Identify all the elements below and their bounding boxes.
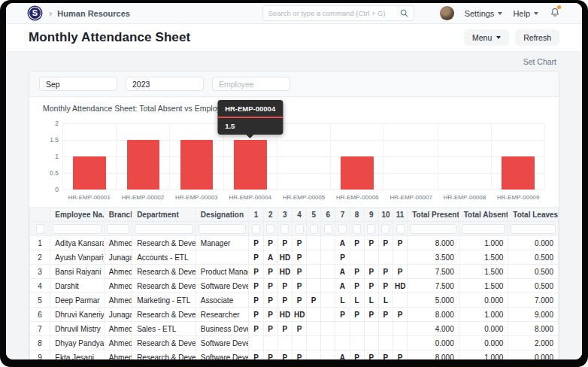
table-row[interactable]: 5Deep ParmarAhmeda...Marketing - ETLAsso… (30, 293, 559, 308)
table-row[interactable]: 7Dhruvil MistryAhmeda...Sales - ETLBusin… (30, 322, 559, 336)
cell-total-absent[interactable]: 1.000 (459, 350, 508, 360)
cell-total-leaves[interactable]: 2.000 (508, 336, 559, 350)
cell-day-4[interactable]: P (292, 236, 306, 250)
column-filter-input[interactable] (53, 224, 102, 234)
cell-day-4[interactable]: P (292, 265, 306, 279)
cell-employee-name[interactable]: Ayush Vanpariya (50, 250, 105, 265)
cell-day-2[interactable]: P (263, 279, 277, 293)
help-dropdown[interactable]: Help (513, 9, 538, 18)
year-filter-input[interactable] (126, 77, 204, 91)
header-day-6[interactable]: 6 (321, 208, 335, 222)
cell-day-8[interactable]: P (350, 265, 364, 279)
cell-day-11[interactable] (393, 293, 408, 308)
header-day-9[interactable]: 9 (364, 208, 378, 222)
cell-day-7[interactable]: A (335, 279, 350, 293)
column-filter-input[interactable] (280, 224, 289, 234)
cell-day-8[interactable] (350, 250, 364, 265)
chart-bar[interactable] (502, 156, 535, 190)
cell-total-present[interactable]: 4.000 (408, 322, 459, 336)
column-filter-input[interactable] (296, 224, 304, 234)
cell-row-number[interactable]: 5 (30, 293, 50, 308)
cell-department[interactable]: Research & Develop... (132, 265, 196, 279)
cell-branch[interactable]: Junagadh (104, 250, 132, 265)
table-row[interactable]: 3Bansi RaiyaniAhmeda...Research & Develo… (30, 265, 559, 279)
cell-day-7[interactable]: A (335, 265, 350, 279)
cell-total-absent[interactable]: 1.500 (459, 279, 508, 293)
cell-day-5[interactable]: P (307, 293, 321, 308)
cell-day-2[interactable]: P (263, 293, 277, 308)
cell-day-2[interactable] (263, 336, 277, 350)
cell-day-1[interactable] (249, 336, 263, 350)
cell-day-3[interactable]: HD (277, 308, 292, 322)
header-day-2[interactable]: 2 (263, 208, 277, 222)
cell-employee-name[interactable]: Deep Parmar (50, 293, 105, 308)
cell-designation[interactable]: Software Develo... (195, 350, 249, 360)
cell-day-8[interactable] (350, 322, 364, 336)
cell-day-4[interactable]: P (292, 350, 306, 360)
cell-row-number[interactable]: 3 (30, 265, 50, 279)
cell-day-8[interactable]: L (350, 293, 364, 308)
cell-department[interactable]: Research & Develop... (132, 236, 196, 250)
header-total-present[interactable]: Total Present (408, 208, 459, 222)
cell-employee-name[interactable]: Bansi Raiyani (50, 265, 105, 279)
cell-total-present[interactable]: 8.000 (408, 308, 459, 322)
cell-total-present[interactable]: 8.000 (408, 236, 459, 250)
cell-day-4[interactable]: P (292, 322, 306, 336)
column-filter-input[interactable] (410, 224, 456, 234)
cell-day-2[interactable]: P (263, 265, 277, 279)
chart-bar[interactable] (127, 140, 160, 190)
cell-day-11[interactable]: P (393, 308, 408, 322)
cell-total-absent[interactable]: 1.500 (459, 250, 508, 265)
cell-day-9[interactable]: P (364, 308, 378, 322)
column-filter-input[interactable] (367, 224, 375, 234)
column-filter-input[interactable] (107, 224, 129, 234)
cell-day-9[interactable] (364, 250, 378, 265)
column-filter-input[interactable] (199, 224, 247, 234)
cell-employee-name[interactable]: Dhruvi Kaneriya (50, 308, 105, 322)
cell-day-6[interactable] (321, 236, 335, 250)
cell-day-5[interactable] (307, 236, 321, 250)
cell-day-3[interactable] (277, 336, 292, 350)
cell-total-leaves[interactable]: 0.000 (508, 350, 559, 360)
cell-row-number[interactable]: 8 (30, 336, 50, 350)
cell-employee-name[interactable]: Aditya Kansara (50, 236, 105, 250)
cell-day-9[interactable] (364, 336, 378, 350)
cell-day-1[interactable]: P (249, 293, 263, 308)
column-filter-input[interactable] (396, 224, 405, 234)
table-row[interactable]: 9Ekta JesaniAhmeda...Research & Develop.… (30, 350, 559, 360)
cell-total-leaves[interactable]: 0.000 (508, 236, 559, 250)
cell-day-1[interactable]: P (249, 350, 263, 360)
cell-day-1[interactable]: P (249, 279, 263, 293)
header-total-leaves[interactable]: Total Leaves (508, 208, 559, 222)
cell-day-6[interactable] (321, 336, 335, 350)
column-filter-input[interactable] (381, 224, 389, 234)
cell-day-7[interactable] (335, 336, 350, 350)
cell-department[interactable]: Marketing - ETL (132, 293, 196, 308)
cell-day-6[interactable] (321, 308, 335, 322)
breadcrumb-human-resources[interactable]: Human Resources (57, 9, 130, 18)
cell-day-7[interactable] (335, 322, 350, 336)
cell-day-10[interactable] (378, 322, 393, 336)
month-filter-input[interactable] (39, 77, 117, 91)
cell-employee-name[interactable]: Dhruvil Mistry (50, 322, 105, 336)
cell-designation[interactable]: Product Manager (195, 265, 249, 279)
header-employee-na-[interactable]: Employee Na... (50, 208, 105, 222)
cell-day-5[interactable] (307, 265, 321, 279)
cell-day-4[interactable]: P (292, 250, 306, 265)
cell-row-number[interactable]: 7 (30, 322, 50, 336)
cell-day-1[interactable]: P (249, 250, 263, 265)
header-day-5[interactable]: 5 (307, 208, 321, 222)
cell-designation[interactable]: Researcher (195, 308, 249, 322)
cell-total-leaves[interactable]: 0.500 (508, 279, 559, 293)
cell-day-2[interactable]: P (263, 350, 277, 360)
cell-day-6[interactable] (321, 265, 335, 279)
header-day-10[interactable]: 10 (378, 208, 393, 222)
cell-row-number[interactable]: 2 (30, 250, 50, 265)
cell-day-6[interactable] (321, 322, 335, 336)
cell-employee-name[interactable]: Dhyay Pandya (50, 336, 105, 350)
cell-day-11[interactable]: HD (393, 279, 408, 293)
cell-day-1[interactable]: P (249, 265, 263, 279)
cell-total-present[interactable]: 3.500 (408, 250, 459, 265)
header-department[interactable]: Department (132, 208, 196, 222)
cell-designation[interactable]: Software Develo... (195, 279, 249, 293)
